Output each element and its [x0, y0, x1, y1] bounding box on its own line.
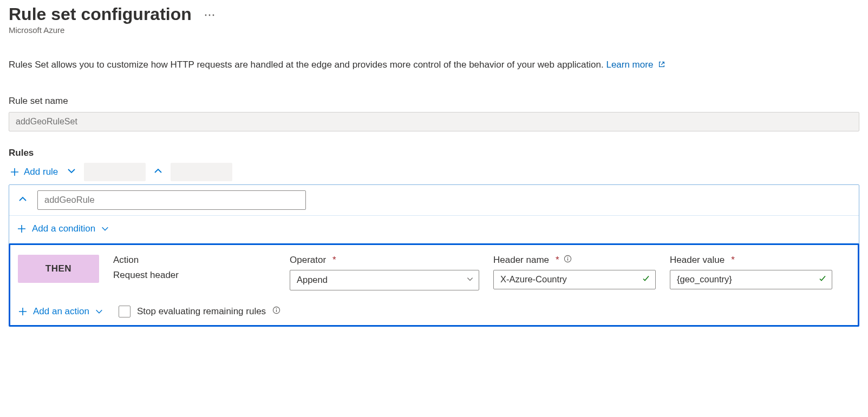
stop-evaluating-checkbox[interactable]: [119, 306, 130, 317]
description-body: Rules Set allows you to customize how HT…: [9, 59, 606, 70]
add-condition-button[interactable]: Add a condition: [17, 223, 109, 234]
description-text: Rules Set allows you to customize how HT…: [9, 59, 859, 71]
learn-more-label: Learn more: [606, 59, 653, 70]
ruleset-name-input[interactable]: [9, 112, 859, 131]
move-up-target: [171, 163, 232, 181]
conditions-row: Add a condition: [9, 216, 859, 243]
header-name-label-text: Header name: [493, 255, 549, 266]
rule-header: [9, 185, 859, 216]
stop-evaluating-label: Stop evaluating remaining rules: [137, 306, 266, 317]
move-down-target: [84, 163, 146, 181]
ruleset-name-label: Rule set name: [9, 96, 859, 107]
chevron-down-icon: [466, 275, 474, 285]
svg-point-5: [567, 256, 568, 257]
header-name-input[interactable]: [493, 270, 656, 289]
required-asterisk: *: [556, 255, 559, 266]
rules-section-label: Rules: [9, 148, 859, 158]
add-condition-label: Add a condition: [32, 223, 95, 234]
operator-selected-value: Append: [297, 275, 328, 285]
add-rule-button[interactable]: Add rule: [9, 164, 59, 180]
svg-point-2: [212, 15, 214, 16]
rule-card: Add a condition THEN Action Request head…: [9, 184, 859, 327]
info-icon[interactable]: [272, 306, 280, 317]
more-icon: [205, 14, 214, 17]
required-asterisk: *: [731, 255, 735, 266]
then-badge: THEN: [18, 255, 99, 283]
required-asterisk: *: [332, 255, 336, 266]
info-icon[interactable]: [564, 255, 572, 266]
plus-icon: [17, 224, 27, 234]
operator-label-text: Operator: [290, 255, 326, 266]
learn-more-link[interactable]: Learn more: [606, 59, 665, 70]
action-label: Action: [113, 255, 276, 266]
svg-point-1: [208, 15, 210, 16]
page-subtitle: Microsoft Azure: [9, 25, 859, 35]
header-name-column: Header name*: [493, 255, 656, 289]
svg-point-8: [276, 308, 277, 309]
chevron-down-icon: [67, 166, 76, 176]
header-name-label: Header name*: [493, 255, 656, 266]
add-action-label: Add an action: [33, 306, 89, 317]
page-title: Rule set configuration: [9, 4, 192, 24]
more-options-button[interactable]: [201, 6, 218, 22]
action-block: THEN Action Request header Operator* App…: [9, 243, 859, 327]
chevron-down-icon: [101, 224, 109, 233]
svg-point-0: [205, 15, 206, 16]
external-link-icon: [658, 60, 665, 71]
check-icon: [818, 274, 827, 285]
action-footer-row: Add an action Stop evaluating remaining …: [18, 306, 850, 317]
chevron-up-icon: [153, 166, 163, 176]
chevron-down-icon: [95, 307, 103, 316]
collapse-rule-button[interactable]: [16, 192, 30, 208]
chevron-up-icon: [18, 194, 28, 204]
operator-select[interactable]: Append: [290, 270, 479, 290]
operator-column: Operator* Append: [290, 255, 479, 290]
header-value-column: Header value*: [670, 255, 832, 289]
operator-label: Operator*: [290, 255, 479, 266]
header-value-label: Header value*: [670, 255, 832, 266]
rules-toolbar: Add rule: [9, 163, 859, 181]
move-down-button[interactable]: [64, 164, 79, 180]
add-rule-label: Add rule: [24, 167, 58, 177]
plus-icon: [18, 307, 28, 316]
action-value: Request header: [113, 270, 276, 281]
check-icon: [642, 274, 650, 285]
stop-evaluating-option[interactable]: Stop evaluating remaining rules: [119, 306, 280, 317]
header-value-label-text: Header value: [670, 255, 725, 266]
rule-name-input[interactable]: [37, 190, 306, 210]
move-up-button[interactable]: [151, 164, 165, 180]
plus-icon: [10, 167, 19, 177]
header-value-input[interactable]: [670, 270, 832, 289]
add-action-button[interactable]: Add an action: [18, 306, 103, 317]
action-column: Action Request header: [113, 255, 276, 281]
